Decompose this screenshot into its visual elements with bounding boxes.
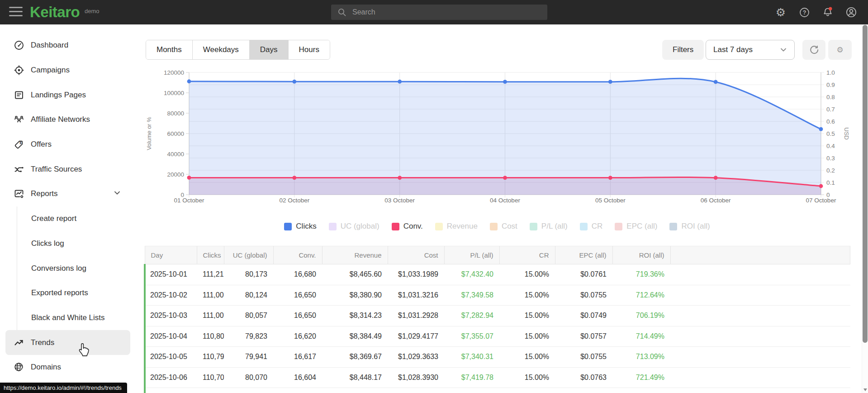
cell-cr: 15.00% [499,326,555,347]
sidebar-subitem-black-and-white-lists[interactable]: Black and White Lists [17,306,136,331]
cell-filler [670,388,850,393]
column-header-cost[interactable]: Cost [388,246,444,264]
column-header-cr[interactable]: CR [499,246,555,264]
cell-filler [670,285,850,306]
svg-text:02 October: 02 October [279,197,309,204]
table-row[interactable]: 2025-10-03111,0080,05716,650$8,314.23$1,… [145,306,850,326]
legend-item-roi-all[interactable]: ROI (all) [669,222,710,231]
sidebar-item-label: Domains [31,363,61,372]
legend-item-clicks[interactable]: Clicks [284,222,316,231]
landings-icon [14,90,24,101]
legend-label: Clicks [296,222,316,231]
svg-text:0.5: 0.5 [826,130,835,137]
cell-clicks: 111,21 [197,264,224,285]
trends-chart: 02000040000600008000010000012000000.10.2… [144,57,850,206]
svg-text:0.3: 0.3 [826,155,835,162]
scrollbar-thumb[interactable] [863,25,868,343]
svg-text:07 October: 07 October [806,197,836,204]
legend-item-cr[interactable]: CR [580,222,603,231]
cell-cr: 15.00% [499,367,555,388]
account-icon[interactable] [845,6,857,18]
sidebar-item-domains[interactable]: Domains [0,355,136,380]
table-row[interactable]: 2025-10-0764,4044,4578,446$4,268.34$527.… [145,388,850,393]
svg-text:03 October: 03 October [384,197,415,204]
reports-icon [14,188,24,199]
table-row[interactable]: 2025-10-04110,8079,82316,620$8,384.49$1,… [145,326,850,347]
column-header-uc-global[interactable]: UC (global) [224,246,273,264]
cell-epc-all: $0.0755 [555,347,612,368]
global-search[interactable] [331,5,547,20]
cell-revenue: $8,384.49 [322,326,388,347]
sidebar-subitem-clicks-log[interactable]: Clicks log [17,231,136,256]
main-content: MonthsWeekdaysDaysHours Filters Last 7 d… [136,24,862,393]
help-icon[interactable]: ? [798,6,810,18]
svg-text:USD: USD [843,127,850,139]
settings-icon[interactable]: ⚙ [775,6,787,18]
app-logo[interactable]: Keitaro [30,4,80,21]
svg-text:20000: 20000 [167,171,184,178]
cell-roi-all: 721.49% [612,367,670,388]
sidebar-subitem-conversions-log[interactable]: Conversions log [17,256,136,281]
hamburger-menu-icon[interactable] [9,7,23,18]
svg-text:0.7: 0.7 [826,106,835,113]
sidebar-item-label: Dashboard [31,41,68,50]
column-header-revenue[interactable]: Revenue [322,246,388,264]
sidebar-item-landings-pages[interactable]: Landings Pages [0,82,136,107]
legend-item-conv[interactable]: Conv. [392,222,423,231]
legend-swatch [435,223,443,230]
legend-item-p-l-all[interactable]: P/L (all) [530,222,568,231]
cell-cr: 15.00% [499,388,555,393]
legend-label: UC (global) [341,222,379,231]
trends-icon [14,337,24,348]
cell-clicks: 64,40 [197,388,224,393]
scrollbar-down-arrow-icon[interactable] [863,388,867,391]
cell-clicks: 110,80 [197,326,224,347]
column-header-p-l-all[interactable]: P/L (all) [444,246,499,264]
cell-conv: 16,650 [273,285,322,306]
table-row[interactable]: 2025-10-01111,2180,17316,680$8,465.60$1,… [145,264,850,285]
sidebar-item-campaigns[interactable]: Campaigns [0,58,136,83]
table-row[interactable]: 2025-10-05110,7979,94116,617$8,369.67$1,… [145,347,850,368]
legend-item-cost[interactable]: Cost [490,222,517,231]
sidebar-item-traffic-sources[interactable]: Traffic Sources [0,157,136,182]
column-header-epc-all[interactable]: EPC (all) [555,246,612,264]
column-header-conv[interactable]: Conv. [273,246,322,264]
cell-filler [670,264,850,285]
table-row[interactable]: 2025-10-06110,7080,07016,604$8,448.17$1,… [145,367,850,388]
cell-cr: 15.00% [499,306,555,326]
sidebar-item-offers[interactable]: $Offers [0,132,136,157]
column-header-clicks[interactable]: Clicks [197,246,224,264]
search-icon [337,7,347,17]
sidebar-item-label: Campaigns [31,66,70,75]
cell-filler [670,347,850,368]
legend-swatch [669,223,677,230]
legend-item-epc-all[interactable]: EPC (all) [615,222,657,231]
legend-item-uc-global[interactable]: UC (global) [329,222,379,231]
sidebar-item-label: Affiliate Networks [31,115,90,124]
column-header-roi-all[interactable]: ROI (all) [612,246,670,264]
cell-roi-all: 709.13% [612,388,670,393]
sidebar-item-reports[interactable]: Reports [0,182,136,206]
search-input[interactable] [352,8,547,16]
table-row[interactable]: 2025-10-02111,0080,12416,650$8,380.90$1,… [145,285,850,306]
legend-label: Cost [502,222,517,231]
sidebar-item-affiliate-networks[interactable]: Affiliate Networks [0,107,136,132]
sidebar-item-trends[interactable]: Trends [5,330,130,355]
sidebar-subitem-exported-reports[interactable]: Exported reports [17,281,136,306]
vertical-scrollbar[interactable] [862,24,868,393]
cell-uc-global: 80,070 [224,367,273,388]
cell-clicks: 111,00 [197,306,224,326]
cell-cost: $1,031.3216 [388,285,444,306]
legend-item-revenue[interactable]: Revenue [435,222,478,231]
cell-cost: $1,028.3930 [388,367,444,388]
legend-label: EPC (all) [626,222,657,231]
sidebar-item-dashboard[interactable]: Dashboard [0,33,136,58]
cell-roi-all: 719.36% [612,264,670,285]
cell-p-l-all: $7,432.40 [444,264,499,285]
svg-text:?: ? [802,10,806,16]
cell-conv: 8,446 [273,388,322,393]
notifications-icon[interactable] [822,6,834,18]
sidebar-subitem-create-report[interactable]: Create report [17,206,136,231]
svg-text:100000: 100000 [164,90,184,96]
column-header-day[interactable]: Day [145,246,197,264]
